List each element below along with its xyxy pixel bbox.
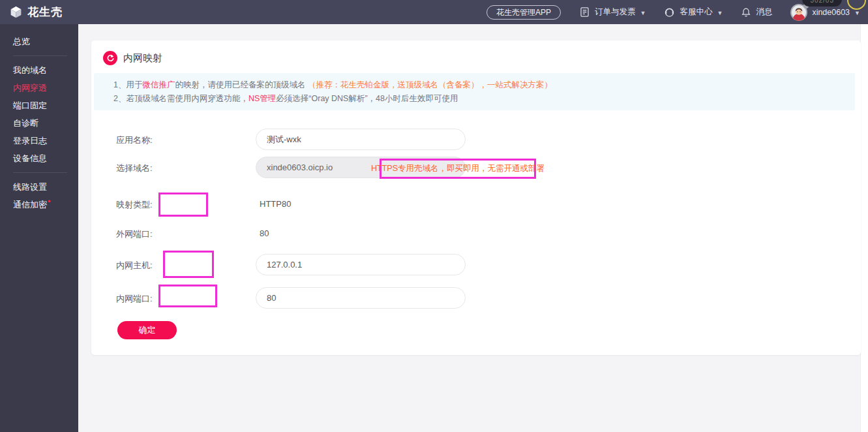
internal-host-label: 内网主机:: [116, 260, 153, 271]
notice-box: 1、用于微信推广的映射，请使用已经备案的顶级域名 （推荐：花生壳铂金版，送顶级域…: [94, 73, 855, 110]
support-center-label: 客服中心: [680, 7, 712, 18]
invoice-icon: [579, 7, 590, 18]
internal-host-annotation: [163, 251, 214, 278]
orders-invoices-label: 订单与发票: [595, 7, 636, 18]
sidebar-item-comm-encryption[interactable]: 通信加密•: [0, 196, 78, 213]
sidebar-item-login-logs[interactable]: 登录日志: [0, 132, 78, 149]
internal-port-input[interactable]: [256, 287, 466, 309]
messages-menu[interactable]: 消息: [741, 7, 772, 18]
confirm-button[interactable]: 确定: [117, 321, 177, 339]
bell-icon: [741, 7, 751, 18]
chevron-down-icon: ▼: [640, 10, 646, 16]
logo-text: 花生壳: [27, 5, 63, 20]
notice-line-1: 1、用于微信推广的映射，请使用已经备案的顶级域名 （推荐：花生壳铂金版，送顶级域…: [113, 78, 855, 92]
topbar: 花生壳 花生壳管理APP 订单与发票 ▼ 客服中: [0, 0, 868, 24]
back-button[interactable]: [103, 51, 117, 65]
internal-host-input[interactable]: [256, 254, 466, 275]
new-feature-dot: •: [48, 196, 51, 206]
sidebar: 总览 我的域名 内网穿透 端口固定 自诊断 登录日志 设备信息 线路设置 通信加…: [0, 24, 78, 432]
support-center-menu[interactable]: 客服中心 ▼: [664, 7, 723, 18]
internal-port-label: 内网端口:: [116, 293, 153, 305]
sidebar-item-intranet-penetration[interactable]: 内网穿透: [0, 79, 78, 97]
internal-port-annotation: [158, 285, 217, 307]
map-type-label: 映射类型:: [116, 199, 153, 211]
corner-clipped-badge: 302/03: [802, 0, 842, 7]
external-port-value: 80: [260, 228, 269, 238]
map-type-value: HTTP80: [260, 199, 291, 209]
logo[interactable]: 花生壳: [9, 0, 63, 24]
sidebar-divider: [13, 172, 67, 173]
messages-label: 消息: [756, 7, 772, 18]
chevron-down-icon: ▼: [717, 10, 723, 16]
app-name-input[interactable]: [256, 129, 466, 150]
username: xinde0603: [812, 8, 850, 17]
headset-icon: [664, 7, 675, 18]
sidebar-item-port-fixing[interactable]: 端口固定: [0, 97, 78, 114]
app-name-label: 应用名称:: [116, 134, 153, 146]
cube-logo-icon: [9, 5, 23, 19]
sidebar-item-device-info[interactable]: 设备信息: [0, 149, 78, 167]
sidebar-item-self-diagnosis[interactable]: 自诊断: [0, 114, 78, 132]
manage-app-button[interactable]: 花生壳管理APP: [486, 5, 561, 20]
intranet-mapping-card: 内网映射 1、用于微信推广的映射，请使用已经备案的顶级域名 （推荐：花生壳铂金版…: [91, 40, 861, 355]
chevron-down-icon: ▼: [854, 10, 860, 16]
domain-input[interactable]: [256, 157, 466, 178]
sidebar-item-overview[interactable]: 总览: [0, 33, 78, 50]
external-port-label: 外网端口:: [116, 228, 153, 240]
sidebar-divider: [13, 55, 67, 56]
domain-label: 选择域名:: [116, 162, 153, 174]
orders-invoices-menu[interactable]: 订单与发票 ▼: [579, 7, 646, 18]
avatar: [790, 4, 807, 21]
scrollbar[interactable]: [860, 24, 868, 432]
notice-line-2: 2、若顶级域名需使用内网穿透功能，NS管理必须选择“Oray DNS解析”，48…: [113, 92, 855, 106]
sidebar-item-my-domains[interactable]: 我的域名: [0, 61, 78, 79]
sidebar-item-line-settings[interactable]: 线路设置: [0, 178, 78, 196]
map-type-annotation: [158, 193, 208, 217]
page-title: 内网映射: [123, 52, 162, 65]
